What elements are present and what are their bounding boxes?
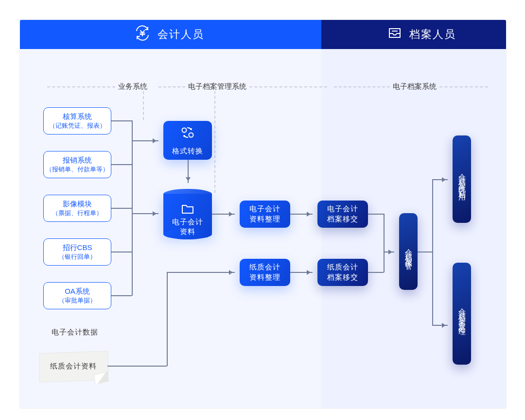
conn: [107, 366, 167, 367]
conn: [167, 272, 168, 366]
source-image: 影像模块 （票据、行程单）: [43, 195, 111, 222]
l2: 资料整理: [249, 214, 280, 224]
svg-point-0: [182, 128, 187, 132]
l1: 电子会计: [327, 205, 358, 213]
conn: [111, 164, 132, 165]
source-title: 影像模块: [63, 199, 92, 209]
source-reimburse: 报销系统 （报销单、付款单等）: [43, 151, 111, 178]
dashed-sep-2: [214, 86, 215, 193]
source-cbs: 招行CBS （银行回单）: [43, 238, 111, 266]
section-label-eas: 电子档案系统: [331, 82, 491, 91]
paper-note: 纸质会计资料: [39, 352, 107, 380]
conn: [368, 214, 384, 215]
l1: 纸质会计: [327, 263, 358, 271]
conn: [132, 120, 133, 296]
node-p-transfer: 纸质会计 档案移交: [317, 259, 368, 286]
source-title: 报销系统: [63, 155, 92, 165]
conn: [167, 272, 235, 273]
source-sub: （银行回单）: [58, 253, 96, 261]
section-label-edms: 电子档案管理系统: [156, 82, 330, 91]
source-accounting: 核算系统 （记账凭证、报表）: [43, 107, 111, 134]
node-format-convert: 格式转换: [163, 121, 212, 160]
node-keep: 会计档案保管: [399, 213, 418, 290]
conn: [111, 208, 132, 209]
header-left-label: 会计人员: [158, 27, 204, 42]
l2: 资料整理: [249, 272, 280, 283]
l1: 纸质会计: [249, 262, 280, 272]
sources-group-label: 电子会计数据: [52, 328, 98, 337]
source-title: OA系统: [65, 286, 90, 296]
section-label-eas-text: 电子档案系统: [393, 82, 437, 91]
conn: [111, 295, 132, 296]
source-sub: （记账凭证、报表）: [49, 122, 106, 130]
header-right-title: 档案人员: [387, 20, 456, 49]
conn: [368, 272, 384, 273]
header-left-title: 会计人员: [134, 20, 204, 49]
dashed-sep-1: [143, 86, 144, 120]
conn: [418, 252, 432, 252]
conn: [111, 120, 132, 121]
diagram-canvas: 会计人员 档案人员 业务系统 电子档案管理系统 电子档案系统: [19, 19, 507, 409]
folder-icon: [181, 203, 194, 214]
refresh-yen-icon: [134, 25, 151, 44]
node-stat: 会计档案统计利用: [453, 135, 471, 223]
section-label-edms-text: 电子档案管理系统: [188, 82, 246, 91]
node-e-transfer: 电子会计 档案移交: [317, 201, 368, 228]
source-sub: （票据、行程单）: [52, 209, 103, 218]
l2: 档案移交: [327, 215, 358, 223]
conn: [111, 252, 132, 252]
source-sub: （报销单、付款单等）: [46, 166, 109, 174]
node-db-eacct: 电子会计 资料: [163, 189, 212, 239]
source-sub: （审批单据）: [58, 297, 96, 305]
node-e-sort: 电子会计 资料整理: [240, 201, 290, 228]
header-right-label: 档案人员: [409, 27, 456, 42]
header: 会计人员 档案人员: [20, 20, 506, 49]
svg-point-1: [189, 133, 193, 137]
conn: [432, 179, 433, 325]
source-title: 招行CBS: [63, 243, 92, 252]
convert-icon: [179, 124, 196, 144]
conn: [384, 214, 385, 272]
section-label-biz: 业务系统: [44, 82, 150, 91]
db-line1: 电子会计: [172, 218, 203, 226]
node-dispose: 会计档案鉴定处理: [453, 263, 471, 365]
l1: 电子会计: [249, 204, 280, 214]
source-oa: OA系统 （审批单据）: [43, 282, 111, 309]
node-format-label: 格式转换: [172, 146, 203, 156]
l2: 档案移交: [327, 273, 358, 281]
source-title: 核算系统: [63, 112, 92, 121]
db-line2: 资料: [180, 228, 195, 235]
inbox-icon: [387, 25, 402, 44]
node-p-sort: 纸质会计 资料整理: [240, 259, 290, 286]
